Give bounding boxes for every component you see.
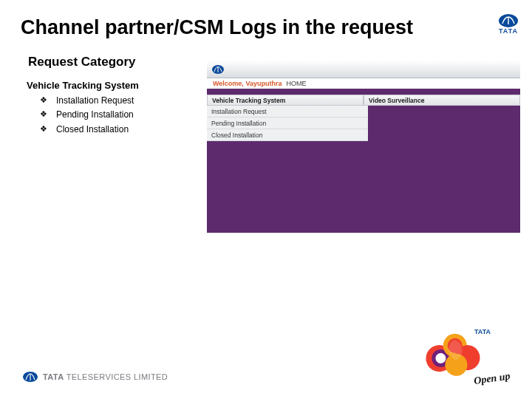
tata-emblem-icon (498, 13, 519, 28)
screenshot-header (207, 61, 520, 78)
bullet-item: ❖ Installation Request (40, 95, 134, 107)
menu-pending-installation[interactable]: Pending Installation (207, 117, 368, 129)
footer-company: TATA TELESERVICES LIMITED (43, 372, 168, 381)
home-link[interactable]: HOME (286, 80, 306, 87)
docomo-tata-word: TATA (474, 328, 491, 335)
bullet-text: Pending Installation (56, 109, 134, 121)
bullet-symbol-icon: ❖ (40, 123, 56, 135)
menu-closed-installation[interactable]: Closed Installation (207, 129, 368, 141)
docomo-logo: TATA Open up (423, 324, 519, 390)
bullet-item: ❖ Pending Installation (40, 109, 134, 121)
screenshot-welcome-bar: Welcome, Vayuputhra HOME (207, 78, 520, 89)
tata-logo-caption: TATA (499, 27, 518, 35)
bullet-text: Closed Installation (56, 123, 129, 136)
bullet-text: Installation Request (56, 95, 134, 107)
bullet-symbol-icon: ❖ (40, 95, 56, 106)
tata-emblem-icon (22, 371, 38, 383)
screenshot-menu: Installation Request Pending Installatio… (207, 106, 520, 141)
section-subheading: Vehicle Tracking System (27, 80, 139, 91)
embedded-screenshot: Welcome, Vayuputhra HOME Vehicle Trackin… (207, 61, 520, 233)
section-heading: Request Category (28, 55, 135, 69)
tab-video-surveillance[interactable]: Video Surveillance (364, 95, 520, 106)
menu-installation-request[interactable]: Installation Request (207, 106, 368, 117)
footer-logo: TATA TELESERVICES LIMITED (22, 371, 168, 383)
bullet-list: ❖ Installation Request ❖ Pending Install… (40, 95, 134, 137)
docomo-tagline: Open up (473, 370, 511, 386)
tab-vehicle-tracking[interactable]: Vehicle Tracking System (207, 95, 364, 106)
tata-logo-top: TATA (498, 13, 519, 35)
welcome-label: Welcome, Vayuputhra (213, 80, 282, 87)
bullet-symbol-icon: ❖ (40, 109, 56, 120)
bullet-item: ❖ Closed Installation (40, 123, 134, 136)
screenshot-tabs: Vehicle Tracking System Video Surveillan… (207, 95, 520, 106)
slide-title: Channel partner/CSM Logs in the request (21, 16, 413, 39)
tata-emblem-icon (211, 64, 225, 75)
